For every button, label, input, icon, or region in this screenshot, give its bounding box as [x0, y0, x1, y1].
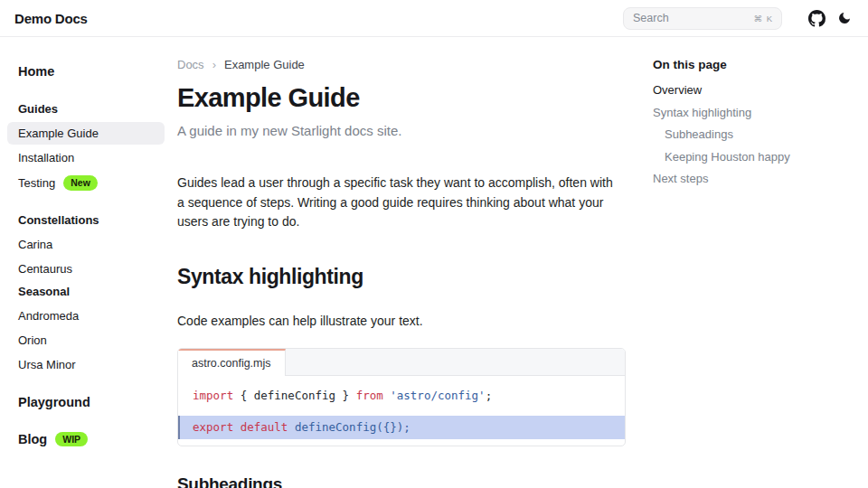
chevron-separator-icon: › — [212, 58, 216, 71]
search-shortcut: ⌘ K — [754, 14, 773, 23]
toc-item-overview[interactable]: Overview — [653, 83, 859, 98]
code-token: defineConfig({}); — [295, 420, 410, 434]
new-badge: New — [63, 175, 98, 191]
search-box[interactable]: ⌘ K — [623, 7, 782, 30]
code-token: from — [356, 389, 383, 402]
top-header: Demo Docs ⌘ K — [0, 0, 868, 37]
heading-subheadings: Subheadings — [177, 474, 626, 488]
sidebar-group-constellations: Constellations — [7, 209, 165, 231]
toc-title: On this page — [653, 58, 859, 71]
main-content: Docs › Example Guide Example Guide A gui… — [172, 37, 626, 488]
code-token — [233, 420, 241, 434]
toc-item-syntax-highlighting[interactable]: Syntax highlighting — [653, 106, 859, 120]
code-token: { defineConfig } — [233, 389, 355, 402]
on-this-page-panel: On this page Overview Syntax highlightin… — [626, 37, 868, 488]
search-input[interactable] — [633, 12, 754, 24]
code-token: ; — [486, 389, 493, 402]
code-tab-filename[interactable]: astro.config.mjs — [178, 349, 286, 376]
code-tab-bar: astro.config.mjs — [178, 349, 625, 376]
breadcrumb-current: Example Guide — [224, 58, 305, 71]
code-token — [288, 420, 295, 434]
sidebar-item-playground[interactable]: Playground — [7, 391, 165, 413]
moon-icon — [837, 11, 852, 25]
page-layout: Home Guides Example Guide Installation T… — [0, 37, 868, 488]
code-block: astro.config.mjs import { defineConfig }… — [177, 348, 626, 446]
breadcrumb-docs-link[interactable]: Docs — [177, 58, 204, 71]
sidebar-item-label: Testing — [18, 176, 55, 190]
sidebar-item-andromeda[interactable]: Andromeda — [7, 305, 165, 327]
toc-item-subheadings[interactable]: Subheadings — [653, 127, 859, 142]
sidebar-item-label: Blog — [18, 432, 47, 446]
page-title: Example Guide — [177, 83, 626, 113]
sidebar-item-home[interactable]: Home — [7, 61, 165, 82]
sidebar-item-example-guide[interactable]: Example Guide — [7, 122, 165, 145]
sidebar-item-orion[interactable]: Orion — [7, 329, 165, 352]
github-link[interactable] — [808, 10, 826, 27]
sidebar-item-installation[interactable]: Installation — [7, 146, 165, 169]
code-token: export — [193, 420, 233, 434]
toc-item-keeping-houston-happy[interactable]: Keeping Houston happy — [653, 150, 859, 164]
sidebar-item-carina[interactable]: Carina — [7, 233, 165, 256]
sidebar-item-ursa-minor[interactable]: Ursa Minor — [7, 353, 165, 376]
heading-syntax-highlighting: Syntax highlighting — [177, 265, 626, 289]
code-area: import { defineConfig } from 'astro/conf… — [178, 376, 625, 446]
github-icon — [808, 10, 826, 27]
sidebar-nav: Home Guides Example Guide Installation T… — [0, 37, 172, 488]
code-token: default — [241, 420, 288, 434]
code-line: import { defineConfig } from 'astro/conf… — [178, 385, 625, 407]
sidebar-item-blog[interactable]: BlogWIP — [7, 428, 165, 451]
theme-toggle[interactable] — [837, 11, 852, 25]
toc-item-next-steps[interactable]: Next steps — [653, 172, 859, 186]
sidebar-item-testing[interactable]: TestingNew — [7, 171, 165, 195]
site-title[interactable]: Demo Docs — [14, 11, 88, 26]
code-token: import — [193, 389, 233, 402]
code-line-highlighted: export default defineConfig({}); — [178, 416, 625, 439]
intro-paragraph: Guides lead a user through a specific ta… — [177, 174, 613, 232]
sidebar-group-guides: Guides — [7, 98, 165, 120]
sidebar-item-centaurus[interactable]: Centaurus — [7, 258, 165, 280]
sidebar-group-seasonal: Seasonal — [7, 280, 165, 303]
syntax-paragraph: Code examples can help illustrate your t… — [177, 314, 626, 328]
wip-badge: WIP — [55, 432, 88, 447]
code-token: 'astro/config' — [390, 389, 485, 402]
breadcrumb: Docs › Example Guide — [177, 58, 626, 71]
page-subtitle: A guide in my new Starlight docs site. — [177, 123, 626, 138]
